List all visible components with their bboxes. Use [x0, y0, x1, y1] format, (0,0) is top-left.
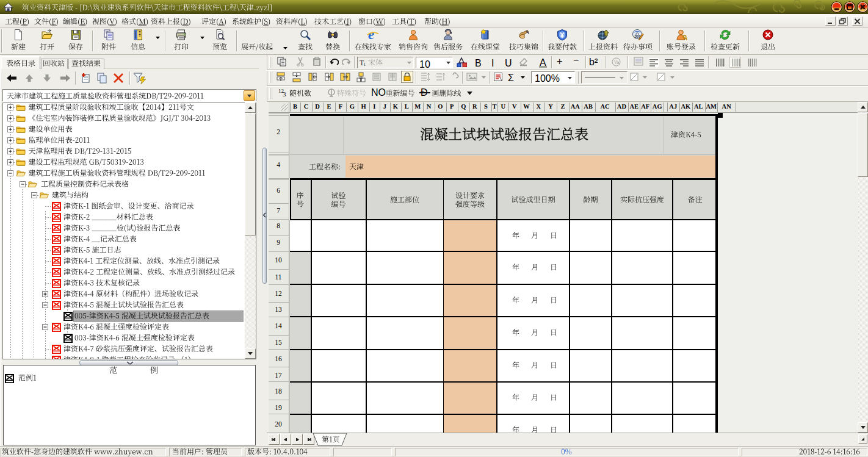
svg-text:t: t [364, 61, 366, 67]
svg-text:e: e [368, 29, 374, 41]
svg-text:3: 3 [283, 90, 286, 97]
svg-text:⅟a: ⅟a [614, 60, 620, 65]
